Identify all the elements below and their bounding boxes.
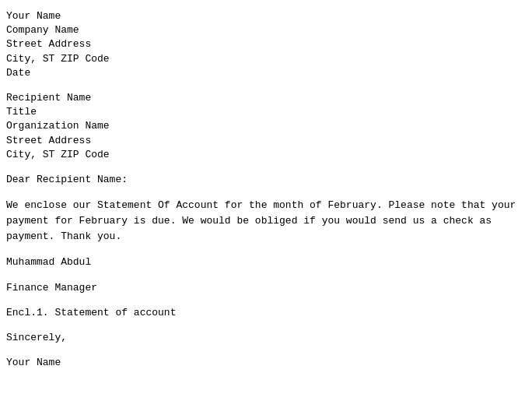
closing-name: Your Name <box>6 356 526 370</box>
recipient-name: Recipient Name <box>6 91 526 105</box>
sender-name: Your Name <box>6 9 526 23</box>
sender-address-block: Your Name Company Name Street Address Ci… <box>6 9 526 80</box>
salutation-block: Dear Recipient Name: <box>6 173 526 187</box>
recipient-city: City, ST ZIP Code <box>6 148 526 162</box>
body-text: We enclose our Statement Of Account for … <box>6 198 526 244</box>
recipient-street: Street Address <box>6 134 526 148</box>
recipient-address-block: Recipient Name Title Organization Name S… <box>6 91 526 162</box>
sender-title-text: Finance Manager <box>6 281 526 295</box>
letter-container: Your Name Company Name Street Address Ci… <box>6 9 526 370</box>
sender-street: Street Address <box>6 37 526 51</box>
body-block: We enclose our Statement Of Account for … <box>6 198 526 244</box>
closing-name-block: Your Name <box>6 356 526 370</box>
salutation: Dear Recipient Name: <box>6 173 526 187</box>
sender-title-block: Finance Manager <box>6 281 526 295</box>
signature-name-block: Muhammad Abdul <box>6 255 526 269</box>
closing-text: Sincerely, <box>6 331 526 345</box>
sender-city: City, ST ZIP Code <box>6 52 526 66</box>
recipient-organization: Organization Name <box>6 119 526 133</box>
signature-name: Muhammad Abdul <box>6 255 526 269</box>
enclosure-block: Encl.1. Statement of account <box>6 306 526 320</box>
sender-date: Date <box>6 66 526 80</box>
enclosure-text: Encl.1. Statement of account <box>6 306 526 320</box>
recipient-title: Title <box>6 105 526 119</box>
closing-block: Sincerely, <box>6 331 526 345</box>
sender-company: Company Name <box>6 23 526 37</box>
